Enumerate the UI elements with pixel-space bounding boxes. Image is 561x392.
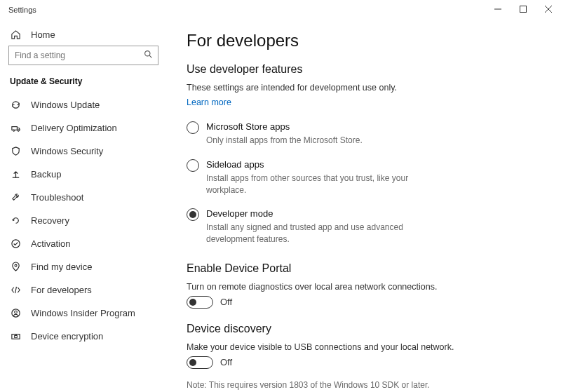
radio-sublabel: Only install apps from the Microsoft Sto…: [206, 135, 445, 147]
delivery-icon: [10, 123, 21, 133]
device-discovery-state: Off: [220, 357, 232, 367]
sidebar-item-label: Windows Insider Program: [31, 308, 135, 318]
radio-label: Developer mode: [206, 208, 541, 219]
insider-icon: [10, 308, 21, 318]
device-discovery-note: Note: This requires version 1803 of the …: [187, 380, 541, 390]
radio-label: Microsoft Store apps: [206, 121, 541, 132]
device-portal-description: Turn on remote diagnostics over local ar…: [187, 282, 541, 292]
sidebar-item-windows-security[interactable]: Windows Security: [0, 140, 167, 163]
svg-point-4: [145, 51, 150, 56]
sidebar-item-label: Find my device: [31, 262, 92, 272]
recovery-icon: [10, 215, 21, 226]
search-icon: [144, 50, 153, 61]
sidebar-item-label: Windows Update: [31, 100, 100, 110]
radio-microsoft-store[interactable]: [187, 121, 199, 134]
learn-more-link[interactable]: Learn more: [187, 97, 231, 107]
check-circle-icon: [10, 238, 21, 249]
sidebar-item-windows-update[interactable]: Windows Update: [0, 93, 167, 116]
sidebar-item-find-my-device[interactable]: Find my device: [0, 255, 167, 278]
sidebar-item-label: Activation: [31, 238, 70, 249]
dev-features-radio-group: Microsoft Store apps Only install apps f…: [187, 121, 541, 245]
window-title: Settings: [8, 6, 36, 14]
svg-point-10: [11, 240, 19, 248]
sidebar-item-windows-insider[interactable]: Windows Insider Program: [0, 302, 167, 325]
radio-label: Sideload apps: [206, 159, 541, 170]
maximize-button[interactable]: [511, 0, 536, 18]
wrench-icon: [10, 192, 21, 203]
sidebar-item-label: Windows Security: [31, 146, 103, 156]
home-label: Home: [31, 29, 55, 40]
main-panel: For developers Use developer features Th…: [167, 20, 561, 392]
window-controls: [485, 0, 561, 18]
svg-rect-15: [14, 336, 17, 338]
sidebar-item-activation[interactable]: Activation: [0, 232, 167, 255]
close-button[interactable]: [536, 0, 561, 18]
radio-developer-mode[interactable]: [187, 208, 199, 221]
page-title: For developers: [187, 31, 541, 50]
svg-line-5: [149, 55, 151, 58]
sidebar-item-home[interactable]: Home: [0, 24, 167, 46]
device-portal-title: Enable Device Portal: [187, 262, 541, 275]
sidebar-category-header: Update & Security: [0, 72, 167, 93]
sidebar-item-backup[interactable]: Backup: [0, 163, 167, 186]
drive-lock-icon: [10, 331, 21, 342]
sidebar-item-label: Delivery Optimization: [31, 123, 117, 133]
sidebar-item-label: Device encryption: [31, 331, 103, 342]
location-icon: [10, 262, 21, 272]
svg-point-8: [18, 130, 19, 131]
radio-sublabel: Install any signed and trusted app and u…: [206, 222, 445, 245]
sidebar-item-recovery[interactable]: Recovery: [0, 209, 167, 232]
sidebar-item-label: Backup: [31, 169, 61, 180]
dev-features-title: Use developer features: [187, 63, 541, 76]
sync-icon: [10, 100, 21, 110]
backup-icon: [10, 169, 21, 180]
svg-rect-6: [11, 127, 17, 130]
minimize-button[interactable]: [485, 0, 511, 18]
sidebar-item-label: Troubleshoot: [31, 192, 83, 203]
sidebar-item-device-encryption[interactable]: Device encryption: [0, 325, 167, 348]
device-discovery-toggle[interactable]: [187, 356, 213, 369]
code-icon: [10, 285, 21, 295]
device-portal-state: Off: [220, 297, 232, 307]
device-discovery-title: Device discovery: [187, 323, 541, 335]
sidebar-item-label: Recovery: [31, 215, 69, 226]
sidebar-item-label: For developers: [31, 285, 92, 295]
sidebar: Home Update & Security Windows Update De…: [0, 20, 167, 392]
svg-point-11: [15, 264, 17, 266]
sidebar-item-troubleshoot[interactable]: Troubleshoot: [0, 186, 167, 209]
search-input[interactable]: [8, 46, 158, 65]
svg-rect-14: [11, 334, 19, 339]
radio-sublabel: Install apps from other sources that you…: [206, 173, 445, 196]
svg-rect-1: [520, 6, 527, 13]
device-discovery-description: Make your device visible to USB connecti…: [187, 342, 541, 352]
dev-features-description: These settings are intended for developm…: [187, 83, 541, 93]
home-icon: [10, 29, 21, 40]
sidebar-item-delivery-optimization[interactable]: Delivery Optimization: [0, 116, 167, 140]
sidebar-item-for-developers[interactable]: For developers: [0, 278, 167, 302]
device-portal-toggle[interactable]: [187, 296, 213, 309]
svg-point-7: [13, 130, 14, 131]
svg-point-13: [14, 311, 17, 313]
radio-sideload[interactable]: [187, 159, 199, 172]
shield-icon: [10, 146, 21, 156]
